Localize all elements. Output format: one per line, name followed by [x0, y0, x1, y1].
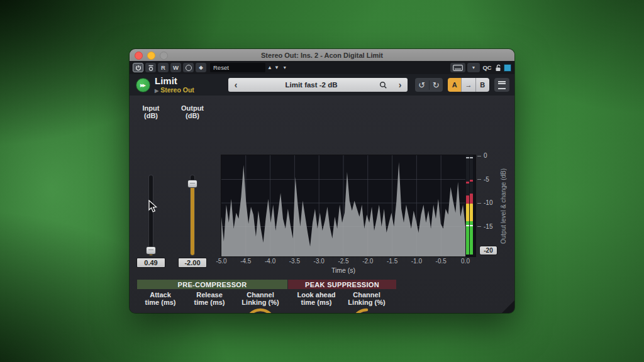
undo-redo-group: ↺ ↻ — [415, 78, 443, 92]
power-icon — [135, 65, 142, 71]
lookahead-knob[interactable] — [300, 307, 333, 313]
hamburger-icon — [498, 81, 506, 89]
mouse-cursor — [148, 200, 158, 214]
keyboard-focus-button[interactable] — [450, 63, 465, 72]
time-tick: -3.5 — [286, 258, 303, 265]
meter-yellow-segment — [470, 204, 473, 222]
section-pre-compressor: PRE-COMPRESSOR — [137, 280, 287, 289]
attack-label: Attack time (ms) — [136, 291, 184, 307]
output-fader-label: Output (dB) — [174, 104, 211, 119]
peak-linking-knob[interactable] — [350, 307, 383, 313]
input-value[interactable]: 0.49 — [136, 258, 165, 268]
titlebar[interactable]: Stereo Out: Ins. 2 - Acon Digital Limit — [130, 49, 514, 61]
activate-button[interactable] — [133, 63, 143, 72]
compare-button[interactable] — [183, 63, 194, 72]
focus-dropdown-button[interactable]: ▼ — [467, 63, 480, 72]
time-tick: -4.0 — [262, 258, 279, 265]
zoom-button[interactable] — [160, 52, 168, 60]
input-fader-handle[interactable] — [146, 246, 156, 255]
lock-icon — [495, 64, 502, 72]
time-axis: -5.0-4.5-4.0-3.5-3.0-2.5-2.0-1.5-1.0-0.5… — [221, 258, 475, 265]
meter-peak-line — [470, 225, 473, 226]
time-tick: -5.0 — [213, 258, 230, 265]
plugin-window: Stereo Out: Ins. 2 - Acon Digital Limit … — [130, 49, 514, 313]
preset-down-button[interactable]: ▼ — [274, 65, 279, 70]
preset-selector[interactable]: ‹ Limit fast -2 dB › — [228, 78, 408, 92]
output-value[interactable]: -2.00 — [178, 258, 207, 268]
time-tick: -1.5 — [384, 258, 401, 265]
next-preset-button[interactable]: › — [392, 80, 408, 90]
attack-knob[interactable] — [144, 307, 177, 313]
level-tick-mark — [477, 226, 481, 227]
plugin-menu-button[interactable] — [494, 78, 509, 92]
peak-linking-label: Channel Linking (%) — [343, 291, 391, 307]
time-tick: -1.0 — [408, 258, 425, 265]
channel-name: Stereo Out — [160, 86, 194, 94]
release-knob[interactable] — [193, 307, 226, 313]
qc-button[interactable]: QC — [482, 63, 492, 72]
toolbar-preset-field[interactable]: Reset — [210, 63, 265, 72]
copy-a-to-b-button[interactable]: → — [461, 78, 475, 92]
lookahead-label: Look ahead time (ms) — [292, 291, 340, 307]
setting-b-button[interactable]: B — [475, 78, 489, 92]
meter-yellow-segment — [466, 204, 469, 222]
level-floor-button[interactable]: -20 — [479, 246, 497, 255]
level-axis-label: Output level & change (dB) — [500, 156, 507, 256]
plugin-body: Input (dB) Output (dB) 0.49 -2.00 -5.0-4… — [130, 96, 514, 313]
redo-button[interactable]: ↻ — [430, 80, 443, 90]
meter-bars — [221, 155, 475, 256]
meter-zero-mark — [466, 157, 469, 158]
level-tick-label: -5 — [484, 176, 489, 183]
level-tick-mark — [477, 203, 481, 204]
knob-arc — [353, 310, 367, 313]
write-automation-button[interactable]: W — [170, 63, 181, 72]
minimize-button[interactable] — [147, 52, 155, 60]
release-knob-group: Release time (ms) A 100.00 — [186, 291, 233, 313]
plugin-name: Limit — [155, 75, 177, 86]
window-title: Stereo Out: Ins. 2 - Acon Digital Limit — [130, 52, 514, 59]
search-icon[interactable] — [379, 81, 387, 89]
attack-knob-group: Attack time (ms) 10.00 — [136, 291, 184, 313]
precomp-linking-label: Channel Linking (%) — [236, 291, 284, 307]
lookahead-knob-group: Look ahead time (ms) 7.50 — [292, 291, 340, 313]
plugin-toolbar: R W ◆ Reset ▲ ▼ ▾ ▼ Q — [130, 61, 514, 74]
time-tick: -2.5 — [335, 258, 352, 265]
time-tick: -3.0 — [310, 258, 328, 265]
plugin-active-button[interactable]: ▶▶ — [136, 78, 150, 92]
previous-preset-button[interactable]: ‹ — [228, 80, 243, 90]
time-tick: -2.0 — [359, 258, 377, 265]
traffic-lights — [135, 52, 168, 60]
caret-down-icon: ▼ — [472, 65, 476, 70]
input-fader-label: Input (dB) — [132, 104, 170, 119]
precomp-linking-knob[interactable] — [244, 307, 277, 313]
preset-up-button[interactable]: ▲ — [267, 65, 272, 70]
undo-button[interactable]: ↺ — [415, 80, 430, 90]
toolbar-preset-name: Reset — [213, 64, 229, 71]
level-tick-label: -10 — [484, 199, 492, 206]
close-button[interactable] — [135, 52, 143, 60]
output-fader-fill — [191, 188, 194, 255]
bypass-button[interactable] — [145, 63, 156, 72]
preset-dropdown-button[interactable]: ▾ — [284, 65, 286, 70]
knob-arc — [247, 310, 274, 313]
arrow-right-icon: → — [465, 81, 472, 89]
meter-green-segment — [470, 221, 473, 255]
section-peak-suppression: PEAK SUPPRESSION — [288, 280, 396, 289]
resize-grip[interactable] — [502, 300, 514, 313]
input-fader-track[interactable] — [149, 175, 153, 255]
meter-peak-line — [466, 225, 469, 226]
setting-a-button[interactable]: A — [448, 78, 461, 92]
qc-lock-button[interactable] — [494, 63, 502, 72]
channel-breadcrumb: ▶Stereo Out — [155, 86, 194, 94]
read-automation-button[interactable]: R — [158, 63, 169, 72]
level-tick-label: -15 — [484, 223, 492, 230]
write-label: W — [173, 64, 179, 71]
time-tick: -4.5 — [237, 258, 255, 265]
time-tick: 0.0 — [457, 258, 474, 265]
focus-indicator[interactable] — [504, 64, 511, 72]
preset-marker-button[interactable]: ◆ — [196, 63, 206, 72]
output-fader-handle[interactable] — [187, 180, 197, 188]
meter-peak-hold — [470, 180, 473, 182]
meter-green-segment — [466, 221, 469, 255]
meter-zero-mark — [470, 157, 473, 158]
